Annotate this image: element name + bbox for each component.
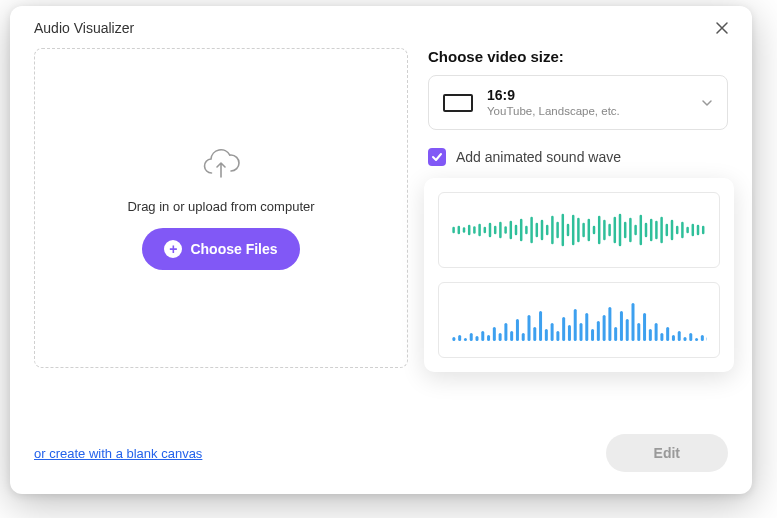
- svg-rect-84: [649, 329, 652, 341]
- video-size-select[interactable]: 16:9 YouTube, Landscape, etc.: [428, 75, 728, 130]
- choose-files-label: Choose Files: [190, 241, 277, 257]
- ratio-subtitle: YouTube, Landscape, etc.: [487, 105, 687, 117]
- svg-rect-91: [689, 333, 692, 341]
- svg-rect-51: [458, 335, 461, 341]
- svg-rect-88: [672, 335, 675, 341]
- dropzone-text: Drag in or upload from computer: [127, 199, 314, 214]
- svg-rect-90: [684, 337, 687, 341]
- waveform-green-icon: [451, 205, 707, 255]
- audio-visualizer-modal: Audio Visualizer Drag in or upload from …: [10, 6, 752, 494]
- chevron-down-icon: [701, 96, 713, 110]
- sound-wave-checkbox-row: Add animated sound wave: [428, 148, 728, 166]
- svg-rect-69: [562, 317, 565, 341]
- cloud-upload-icon: [201, 147, 241, 185]
- svg-rect-80: [626, 319, 629, 341]
- choose-size-label: Choose video size:: [428, 48, 728, 65]
- svg-rect-57: [493, 327, 496, 341]
- svg-rect-75: [597, 321, 600, 341]
- svg-rect-55: [481, 331, 484, 341]
- sound-wave-checkbox-label: Add animated sound wave: [456, 149, 621, 165]
- plus-icon: +: [164, 240, 182, 258]
- svg-rect-64: [533, 327, 536, 341]
- svg-rect-74: [591, 329, 594, 341]
- wave-style-card: [424, 178, 734, 372]
- svg-rect-50: [452, 337, 455, 341]
- check-icon: [431, 152, 443, 162]
- svg-rect-63: [528, 315, 531, 341]
- right-panel: Choose video size: 16:9 YouTube, Landsca…: [428, 48, 728, 372]
- svg-rect-65: [539, 311, 542, 341]
- blank-canvas-link[interactable]: or create with a blank canvas: [34, 446, 202, 461]
- svg-rect-89: [678, 331, 681, 341]
- svg-rect-76: [603, 315, 606, 341]
- svg-rect-72: [580, 323, 583, 341]
- svg-rect-78: [614, 327, 617, 341]
- modal-title: Audio Visualizer: [34, 20, 134, 36]
- svg-rect-62: [522, 333, 525, 341]
- close-icon: [715, 21, 729, 35]
- svg-rect-68: [556, 331, 559, 341]
- svg-rect-66: [545, 329, 548, 341]
- sound-wave-checkbox[interactable]: [428, 148, 446, 166]
- svg-rect-60: [510, 331, 513, 341]
- svg-rect-67: [551, 323, 554, 341]
- ratio-title: 16:9: [487, 88, 687, 103]
- wave-style-option-2[interactable]: [438, 282, 720, 358]
- svg-rect-70: [568, 325, 571, 341]
- ratio-info: 16:9 YouTube, Landscape, etc.: [487, 88, 687, 117]
- svg-rect-59: [504, 323, 507, 341]
- close-button[interactable]: [712, 18, 732, 38]
- choose-files-button[interactable]: + Choose Files: [142, 228, 299, 270]
- upload-dropzone[interactable]: Drag in or upload from computer + Choose…: [34, 48, 408, 368]
- svg-rect-87: [666, 327, 669, 341]
- svg-rect-92: [695, 338, 698, 341]
- svg-rect-52: [464, 338, 467, 341]
- svg-rect-86: [660, 333, 663, 341]
- svg-rect-85: [655, 323, 658, 341]
- svg-rect-81: [632, 303, 635, 341]
- aspect-ratio-icon: [443, 94, 473, 112]
- svg-rect-56: [487, 335, 490, 341]
- svg-rect-82: [637, 323, 640, 341]
- wave-style-option-1[interactable]: [438, 192, 720, 268]
- svg-rect-79: [620, 311, 623, 341]
- svg-rect-61: [516, 319, 519, 341]
- left-panel: Drag in or upload from computer + Choose…: [34, 48, 408, 372]
- svg-rect-83: [643, 313, 646, 341]
- svg-rect-53: [470, 333, 473, 341]
- svg-rect-77: [608, 307, 611, 341]
- edit-button[interactable]: Edit: [606, 434, 728, 472]
- svg-rect-93: [701, 335, 704, 341]
- waveform-blue-icon: [451, 295, 707, 345]
- svg-rect-71: [574, 309, 577, 341]
- modal-content: Drag in or upload from computer + Choose…: [10, 48, 752, 372]
- modal-footer: or create with a blank canvas Edit: [34, 434, 728, 472]
- svg-rect-54: [476, 336, 479, 341]
- svg-rect-58: [499, 333, 502, 341]
- modal-header: Audio Visualizer: [10, 6, 752, 48]
- svg-rect-73: [585, 313, 588, 341]
